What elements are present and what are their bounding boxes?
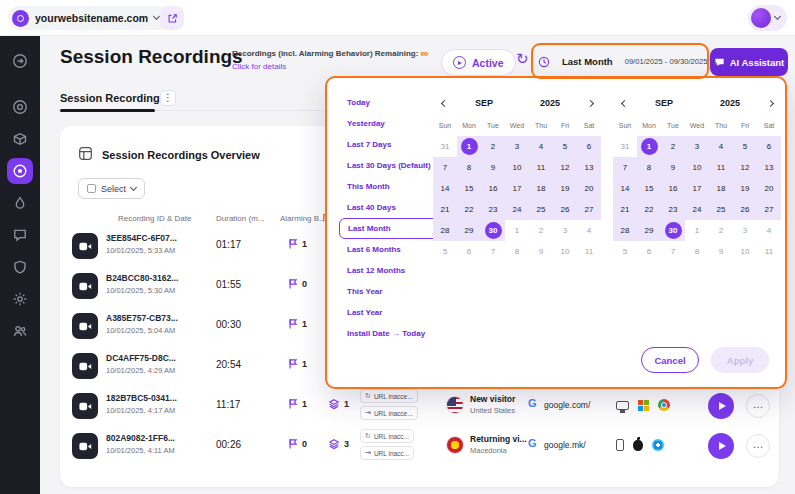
prev-month-button[interactable] bbox=[617, 101, 631, 106]
day-cell-selected[interactable]: 30 bbox=[481, 220, 505, 241]
day-cell[interactable]: 3 bbox=[733, 220, 757, 241]
play-button[interactable] bbox=[708, 433, 734, 459]
day-cell[interactable]: 19 bbox=[553, 178, 577, 199]
day-cell[interactable]: 4 bbox=[709, 136, 733, 157]
day-cell[interactable]: 26 bbox=[553, 199, 577, 220]
day-cell[interactable]: 9 bbox=[529, 241, 553, 262]
day-cell[interactable]: 12 bbox=[553, 157, 577, 178]
open-website-button[interactable] bbox=[160, 6, 184, 30]
day-cell[interactable]: 17 bbox=[505, 178, 529, 199]
day-cell[interactable]: 3 bbox=[553, 220, 577, 241]
url-warning-chip[interactable]: ⇥URL inacc... bbox=[360, 446, 414, 460]
day-cell[interactable]: 20 bbox=[757, 178, 781, 199]
sidebar-item-session-recordings[interactable] bbox=[7, 158, 33, 184]
play-button[interactable] bbox=[708, 393, 734, 419]
day-cell[interactable]: 5 bbox=[733, 136, 757, 157]
day-cell[interactable]: 5 bbox=[433, 241, 457, 262]
cancel-button[interactable]: Cancel bbox=[641, 347, 699, 373]
apply-button[interactable]: Apply bbox=[711, 347, 769, 373]
day-cell[interactable]: 15 bbox=[637, 178, 661, 199]
date-preset-item[interactable]: Last 7 Days bbox=[339, 134, 439, 155]
day-cell[interactable]: 21 bbox=[433, 199, 457, 220]
date-preset-item[interactable]: Install Date → Today bbox=[339, 323, 439, 344]
tab-session-recordings[interactable]: Session Recordings bbox=[60, 92, 166, 104]
day-cell[interactable]: 22 bbox=[457, 199, 481, 220]
url-warning-chip[interactable]: ↻URL inacc... bbox=[360, 429, 414, 443]
day-cell-selected[interactable]: 1 bbox=[637, 136, 661, 157]
day-cell[interactable]: 10 bbox=[505, 157, 529, 178]
day-cell[interactable]: 11 bbox=[577, 241, 601, 262]
day-cell[interactable]: 27 bbox=[757, 199, 781, 220]
day-cell[interactable]: 7 bbox=[433, 157, 457, 178]
row-menu-button[interactable]: … bbox=[746, 434, 770, 458]
day-cell[interactable]: 7 bbox=[661, 241, 685, 262]
day-cell[interactable]: 5 bbox=[553, 136, 577, 157]
day-cell[interactable]: 16 bbox=[661, 178, 685, 199]
day-cell[interactable]: 4 bbox=[757, 220, 781, 241]
day-cell[interactable]: 7 bbox=[613, 157, 637, 178]
day-cell[interactable]: 23 bbox=[481, 199, 505, 220]
day-cell[interactable]: 26 bbox=[733, 199, 757, 220]
table-row[interactable]: 802A9082-1FF6...10/01/2025, 4:11 AM00:26… bbox=[60, 426, 779, 466]
sidebar-item-settings[interactable] bbox=[7, 286, 33, 312]
day-cell[interactable]: 8 bbox=[637, 157, 661, 178]
day-cell[interactable]: 8 bbox=[457, 157, 481, 178]
day-cell[interactable]: 1 bbox=[685, 220, 709, 241]
day-cell[interactable]: 21 bbox=[613, 199, 637, 220]
day-cell[interactable]: 27 bbox=[577, 199, 601, 220]
day-cell[interactable]: 6 bbox=[757, 136, 781, 157]
date-preset-item[interactable]: Last 6 Months bbox=[339, 239, 439, 260]
recording-id[interactable]: 3EE854FC-6F07... bbox=[106, 233, 177, 243]
website-selector[interactable]: yourwebsitename.com bbox=[8, 6, 169, 30]
day-cell[interactable]: 14 bbox=[433, 178, 457, 199]
day-cell[interactable]: 16 bbox=[481, 178, 505, 199]
day-cell[interactable]: 18 bbox=[709, 178, 733, 199]
recording-id[interactable]: DC4AFF75-D8C... bbox=[106, 353, 176, 363]
day-cell[interactable]: 5 bbox=[613, 241, 637, 262]
day-cell[interactable]: 11 bbox=[757, 241, 781, 262]
day-cell[interactable]: 11 bbox=[709, 157, 733, 178]
day-cell[interactable]: 28 bbox=[433, 220, 457, 241]
url-warning-chip[interactable]: ↻URL inacce... bbox=[360, 389, 418, 403]
recording-id[interactable]: 182B7BC5-0341... bbox=[106, 393, 177, 403]
date-preset-item[interactable]: This Month bbox=[339, 176, 439, 197]
sidebar-item-feedback[interactable] bbox=[7, 222, 33, 248]
recording-id[interactable]: B24BCC80-3162... bbox=[106, 273, 178, 283]
row-menu-button[interactable]: … bbox=[746, 394, 770, 418]
sidebar-item-security[interactable] bbox=[7, 254, 33, 280]
date-preset-item[interactable]: Last 40 Days bbox=[339, 197, 439, 218]
day-cell[interactable]: 2 bbox=[709, 220, 733, 241]
day-cell[interactable]: 10 bbox=[685, 157, 709, 178]
day-cell[interactable]: 8 bbox=[685, 241, 709, 262]
day-cell[interactable]: 10 bbox=[553, 241, 577, 262]
day-cell[interactable]: 22 bbox=[637, 199, 661, 220]
date-preset-item[interactable]: Yesterday bbox=[339, 113, 439, 134]
sidebar-collapse-icon[interactable] bbox=[7, 48, 33, 74]
day-cell[interactable]: 29 bbox=[637, 220, 661, 241]
next-month-button[interactable] bbox=[763, 101, 777, 106]
day-cell[interactable]: 2 bbox=[481, 136, 505, 157]
date-preset-item[interactable]: This Year bbox=[339, 281, 439, 302]
day-cell[interactable]: 24 bbox=[685, 199, 709, 220]
sidebar-item-products[interactable] bbox=[7, 126, 33, 152]
day-cell[interactable]: 6 bbox=[577, 136, 601, 157]
day-cell[interactable]: 12 bbox=[733, 157, 757, 178]
url-warning-chip[interactable]: ⇥URL inacce... bbox=[360, 406, 418, 420]
date-preset-item[interactable]: Today bbox=[339, 92, 439, 113]
day-cell[interactable]: 1 bbox=[505, 220, 529, 241]
day-cell[interactable]: 23 bbox=[661, 199, 685, 220]
day-cell[interactable]: 18 bbox=[529, 178, 553, 199]
day-cell[interactable]: 4 bbox=[529, 136, 553, 157]
day-cell[interactable]: 4 bbox=[577, 220, 601, 241]
recording-id[interactable]: A385E757-CB73... bbox=[106, 313, 178, 323]
day-cell[interactable]: 10 bbox=[733, 241, 757, 262]
user-menu[interactable] bbox=[748, 5, 787, 31]
day-cell[interactable]: 6 bbox=[457, 241, 481, 262]
refresh-button[interactable]: ↻ bbox=[516, 50, 529, 68]
sidebar-item-heatmaps[interactable] bbox=[7, 190, 33, 216]
day-cell[interactable]: 9 bbox=[709, 241, 733, 262]
day-cell[interactable]: 9 bbox=[661, 157, 685, 178]
day-cell[interactable]: 17 bbox=[685, 178, 709, 199]
day-cell[interactable]: 8 bbox=[505, 241, 529, 262]
day-cell[interactable]: 3 bbox=[685, 136, 709, 157]
